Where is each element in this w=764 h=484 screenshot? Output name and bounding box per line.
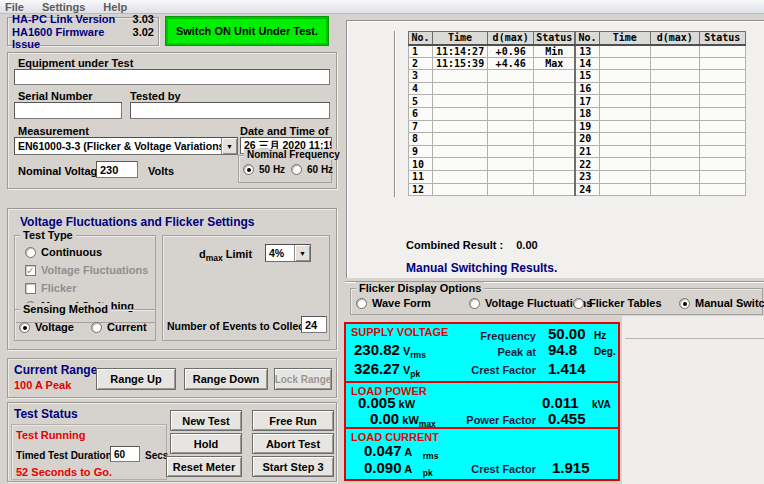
- range-down-button[interactable]: Range Down: [184, 368, 268, 390]
- abort-test-button[interactable]: Abort Test: [252, 433, 334, 454]
- checkbox-voltage-fluctuations[interactable]: Voltage Fluctuations: [25, 264, 148, 276]
- measurement-dropdown[interactable]: EN61000-3-3 (Flicker & Voltage Variation…: [14, 137, 238, 155]
- radio-flicker-tables[interactable]: Flicker Tables: [573, 297, 662, 309]
- table-row[interactable]: 416: [409, 82, 746, 95]
- table-cell: 16: [575, 82, 599, 95]
- checkbox-flicker[interactable]: Flicker: [25, 282, 76, 294]
- table-cell: [699, 133, 745, 146]
- table-cell: [433, 133, 488, 146]
- tested-by-label: Tested by: [130, 90, 181, 102]
- table-row[interactable]: 111:14:27+0.96Min13: [409, 45, 746, 58]
- dropdown-arrow-icon[interactable]: ▼: [221, 138, 237, 154]
- table-cell: 4: [409, 82, 433, 95]
- header-dmax-2: d(max): [650, 32, 699, 45]
- events-to-collect-input[interactable]: [301, 316, 327, 333]
- sensing-method-group: Sensing Method Voltage Current: [14, 309, 156, 341]
- power-factor-label: Power Factor: [444, 414, 536, 426]
- peak-at-value: 94.8: [548, 341, 577, 358]
- radio-manual-switching-display[interactable]: Manual Switching: [679, 297, 764, 309]
- menu-help[interactable]: Help: [103, 1, 127, 13]
- table-cell: [534, 183, 576, 196]
- table-cell: [433, 82, 488, 95]
- start-step3-button[interactable]: Start Step 3: [252, 456, 334, 477]
- radio-50hz[interactable]: 50 Hz: [243, 164, 285, 175]
- table-row[interactable]: 517: [409, 95, 746, 108]
- arms-value: 0.047: [364, 442, 402, 459]
- table-cell: [599, 70, 650, 83]
- table-row[interactable]: 1123: [409, 170, 746, 183]
- table-cell: 22: [575, 158, 599, 171]
- table-cell: [699, 95, 745, 108]
- table-row[interactable]: 820: [409, 133, 746, 146]
- radio-sensing-voltage-label: Voltage: [35, 321, 74, 333]
- tested-by-input[interactable]: [130, 102, 330, 119]
- radio-continuous[interactable]: Continuous: [25, 246, 102, 258]
- table-cell: [699, 82, 745, 95]
- table-cell: 6: [409, 107, 433, 120]
- results-panel: No. Time d(max) Status No. Time d(max) S…: [346, 20, 764, 278]
- table-cell: 20: [575, 133, 599, 146]
- table-row[interactable]: 921: [409, 145, 746, 158]
- lock-range-button[interactable]: Lock Range: [274, 368, 332, 390]
- switch-on-unit-button[interactable]: Switch ON Unit Under Test.: [166, 17, 328, 45]
- table-cell: [699, 120, 745, 133]
- table-cell: 12: [409, 183, 433, 196]
- table-cell: 13: [575, 45, 599, 58]
- table-cell: [599, 158, 650, 171]
- radio-60hz[interactable]: 60 Hz: [291, 164, 333, 175]
- header-time: Time: [433, 32, 488, 45]
- radio-continuous-label: Continuous: [41, 246, 102, 258]
- radio-flicker-tables-icon: [573, 298, 584, 309]
- table-row[interactable]: 211:15:39+4.46Max14: [409, 57, 746, 70]
- table-row[interactable]: 618: [409, 107, 746, 120]
- table-row[interactable]: 1224: [409, 183, 746, 196]
- table-cell: [488, 120, 534, 133]
- table-cell: [433, 145, 488, 158]
- table-cell: [650, 82, 699, 95]
- dmax-dropdown-arrow-icon[interactable]: ▼: [294, 245, 310, 261]
- table-cell: [650, 183, 699, 196]
- radio-manual-switching-display-icon: [679, 298, 690, 309]
- table-cell: [650, 145, 699, 158]
- table-cell: 5: [409, 95, 433, 108]
- range-up-button[interactable]: Range Up: [96, 368, 176, 390]
- peak-at-label: Peak at: [444, 346, 536, 358]
- load-power-section: LOAD POWER 0.005 kW 0.011 kVA 0.00 kWmax…: [344, 381, 620, 429]
- table-row[interactable]: 315: [409, 70, 746, 83]
- table-cell: [433, 170, 488, 183]
- results-table-body: 111:14:27+0.96Min13211:15:39+4.46Max1431…: [409, 45, 746, 196]
- volts-label: Volts: [148, 165, 174, 177]
- radio-wave-form[interactable]: Wave Form: [356, 297, 431, 309]
- radio-sensing-current[interactable]: Current: [91, 321, 147, 333]
- table-cell: 24: [575, 183, 599, 196]
- apk-value: 0.090: [364, 459, 402, 476]
- test-status-box: Test Status Test Running Timed Test Dura…: [7, 402, 337, 482]
- new-test-button[interactable]: New Test: [170, 410, 242, 431]
- nominal-voltage-input[interactable]: [96, 161, 138, 178]
- timed-duration-input[interactable]: [110, 446, 140, 462]
- table-cell: [650, 170, 699, 183]
- radio-60hz-icon: [291, 164, 302, 175]
- table-row[interactable]: 1022: [409, 158, 746, 171]
- manual-switching-results-caption: Manual Switching Results.: [406, 261, 557, 275]
- hold-button[interactable]: Hold: [170, 433, 242, 454]
- free-run-button[interactable]: Free Run: [252, 410, 334, 431]
- table-cell: [599, 183, 650, 196]
- radio-sensing-voltage[interactable]: Voltage: [19, 321, 74, 333]
- measurement-selected-value: EN61000-3-3 (Flicker & Voltage Variation…: [15, 140, 221, 152]
- frequency-value: 50.00: [548, 325, 586, 342]
- table-cell: 21: [575, 145, 599, 158]
- table-row[interactable]: 719: [409, 120, 746, 133]
- events-to-collect-label: Number of Events to Collect: [167, 320, 308, 332]
- dmax-limit-label: dmax Limit: [199, 248, 252, 263]
- serial-number-input[interactable]: [14, 102, 122, 119]
- flicker-test-app-window: { "menu": { "items": ["File", "Settings"…: [0, 0, 764, 484]
- blank-display-area: [622, 316, 764, 484]
- table-cell: [650, 107, 699, 120]
- equipment-under-test-input[interactable]: [14, 69, 330, 85]
- dmax-limit-dropdown[interactable]: 4% ▼: [265, 244, 311, 262]
- menu-file[interactable]: File: [5, 1, 24, 13]
- apk-unit: A: [404, 463, 412, 475]
- menu-settings[interactable]: Settings: [42, 1, 85, 13]
- reset-meter-button[interactable]: Reset Meter: [166, 456, 242, 477]
